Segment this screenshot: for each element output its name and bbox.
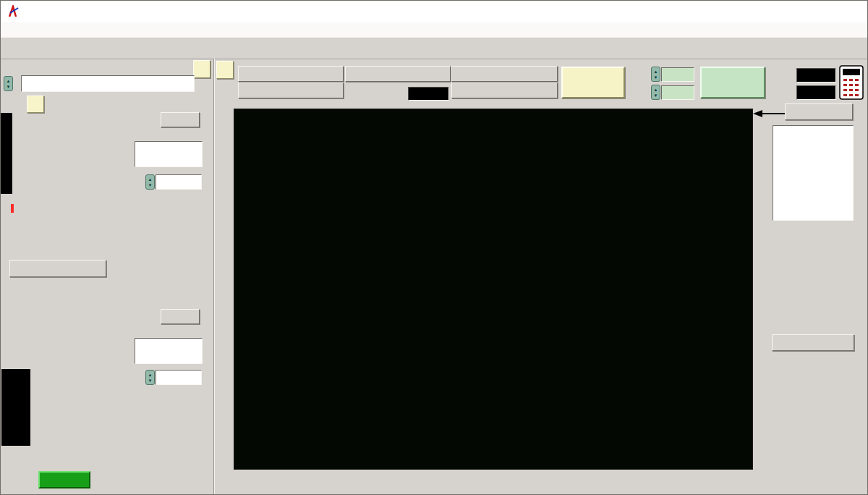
load-deep-rec-button[interactable] — [451, 82, 558, 98]
dual-b-coupling-button — [161, 309, 200, 324]
cyls-spinner[interactable]: ▲▼ — [651, 67, 660, 82]
plot-help-button[interactable] — [216, 61, 234, 79]
buffer-status — [38, 471, 90, 488]
panel-divider-hl — [214, 59, 215, 495]
mark-cam-shaft-button[interactable] — [561, 67, 625, 98]
range-help-button[interactable] — [27, 96, 44, 113]
plot-a-data-button[interactable] — [238, 66, 344, 82]
escope-window: ▲▼ ▲▼ ▲▼ — [0, 0, 868, 495]
tab-strip — [1, 38, 867, 59]
max-rec-time-display — [408, 87, 449, 101]
degms-display — [796, 85, 836, 100]
dual-a-rectime-field[interactable] — [156, 174, 202, 190]
range-notes — [11, 195, 95, 213]
dual-b-rectime-field[interactable] — [156, 370, 202, 385]
get-cursors-button[interactable] — [785, 103, 853, 120]
sample-rate-spinner[interactable]: ▲▼ — [4, 76, 13, 91]
dual-b-rectime-spinner[interactable]: ▲▼ — [145, 370, 155, 385]
save-deep-rec-button[interactable] — [451, 66, 558, 82]
title-bar — [1, 1, 867, 23]
calculator-icon[interactable] — [839, 65, 864, 100]
start-deep-record-button[interactable] — [345, 66, 451, 82]
process-data-button[interactable] — [772, 334, 854, 351]
invert-channel-strip — [1, 369, 30, 446]
mark-cylinders-button[interactable] — [700, 67, 765, 98]
menu-bar — [1, 22, 867, 38]
plot-b-data-button[interactable] — [238, 82, 344, 98]
scope-plot-area[interactable] — [234, 109, 753, 470]
graph-tool-list — [773, 125, 854, 221]
dual-b-note — [102, 387, 205, 397]
rpm-display — [796, 68, 836, 82]
cyls-field[interactable] — [661, 67, 694, 82]
sample-rate-select[interactable] — [21, 75, 195, 92]
offset-spinner[interactable]: ▲▼ — [651, 85, 660, 100]
range-note-ch-chip — [11, 204, 14, 213]
sample-rate-help-button[interactable] — [193, 60, 210, 78]
offset-field[interactable] — [661, 85, 694, 100]
range-channel-strip — [1, 113, 12, 194]
cursor-pointer-arrow-icon — [753, 108, 785, 117]
app-logo-icon — [7, 5, 20, 18]
dual-b-update-mode-list — [135, 338, 203, 364]
dual-a-rectime-spinner[interactable]: ▲▼ — [145, 174, 155, 190]
dual-a-coupling-button — [161, 112, 200, 127]
dual-a-update-mode-list — [135, 141, 203, 167]
show-timebase-button[interactable] — [9, 260, 106, 277]
